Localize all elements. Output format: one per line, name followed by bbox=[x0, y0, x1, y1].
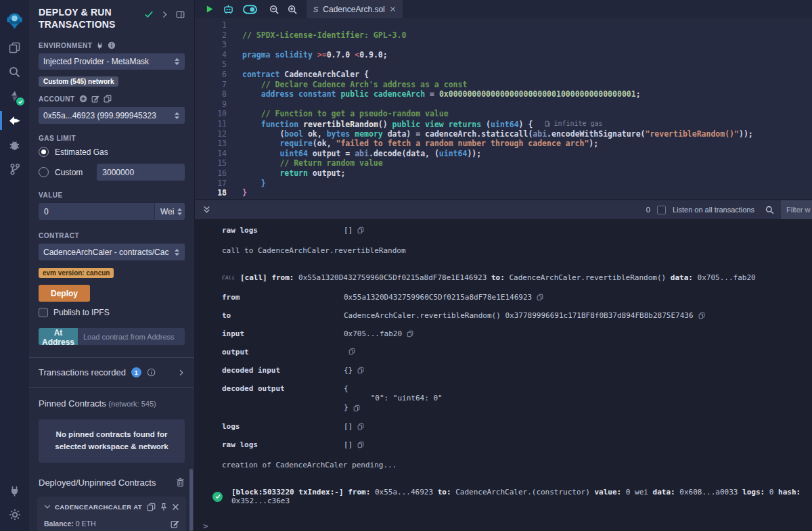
balance-row: Balance: 0 ETH bbox=[44, 520, 95, 528]
network-badge: Custom (545) network bbox=[39, 76, 118, 87]
terminal-row: logs[] bbox=[222, 422, 812, 431]
file-explorer-icon[interactable] bbox=[0, 35, 29, 60]
custom-gas-option[interactable]: Custom bbox=[39, 164, 185, 181]
edit-balance-icon[interactable] bbox=[171, 520, 179, 528]
publish-ipfs-option[interactable]: Publish to IPFS bbox=[39, 308, 185, 317]
code-line: 16 return output; bbox=[195, 168, 812, 179]
terminal-row: toCadenceArchCaler.revertibleRandom() 0x… bbox=[222, 311, 812, 320]
code-line: 1 bbox=[195, 20, 812, 30]
search-icon[interactable] bbox=[0, 60, 29, 84]
copy-icon[interactable] bbox=[357, 441, 364, 448]
pin-contract-icon[interactable] bbox=[160, 503, 168, 511]
chevron-up-down-icon bbox=[174, 248, 180, 256]
terminal-header: 0 Listen on all transactions bbox=[195, 200, 812, 219]
plug-icon[interactable] bbox=[96, 42, 104, 49]
chevron-down-icon[interactable] bbox=[44, 503, 51, 510]
copy-icon[interactable] bbox=[357, 227, 364, 234]
copy-account-icon[interactable] bbox=[104, 95, 112, 103]
transactions-recorded-label: Transactions recorded bbox=[39, 367, 126, 377]
copy-address-icon[interactable] bbox=[147, 503, 156, 511]
terminal-row: CALL[call] from: 0x55a1320D432759960C5Df… bbox=[222, 273, 812, 282]
compiled-check-badge bbox=[16, 97, 24, 106]
code-line: 4pragma solidity >=0.7.0 <0.9.0; bbox=[195, 50, 812, 60]
transactions-recorded-row[interactable]: Transactions recorded 1 bbox=[29, 358, 194, 387]
terminal-search-icon[interactable] bbox=[765, 206, 774, 214]
ai-assistant-icon[interactable] bbox=[223, 4, 234, 14]
code-line: 7 // Declare Cadence Arch's address as a… bbox=[195, 80, 812, 90]
terminal-log: raw logs[]call to CadenceArchCaler.rever… bbox=[195, 219, 812, 510]
custom-gas-radio[interactable] bbox=[39, 167, 49, 177]
ai-copilot-toggle[interactable] bbox=[243, 5, 257, 14]
terminal-row: [block:5033220 txIndex:-] from: 0x55a...… bbox=[212, 488, 812, 505]
copy-icon[interactable] bbox=[357, 423, 364, 430]
at-address-input[interactable] bbox=[78, 328, 185, 345]
code-line: 18} bbox=[195, 188, 812, 198]
transactions-expand-icon[interactable] bbox=[178, 369, 185, 376]
pinned-empty-message: No pinned contracts found for selected w… bbox=[39, 419, 185, 463]
deploy-run-icon[interactable] bbox=[0, 108, 29, 133]
git-icon[interactable] bbox=[0, 157, 29, 181]
remix-logo bbox=[0, 5, 29, 35]
listen-transactions-label: Listen on all transactions bbox=[673, 206, 754, 214]
account-select[interactable]: 0x55a...46923 (999.999945323 bbox=[39, 107, 185, 124]
zoom-out-icon[interactable] bbox=[269, 5, 279, 14]
expand-panel-icon[interactable] bbox=[161, 11, 168, 18]
value-input[interactable] bbox=[39, 203, 154, 220]
pin-panel-icon[interactable] bbox=[176, 10, 185, 19]
contract-select[interactable]: CadenceArchCaler - contracts/Cac bbox=[39, 244, 185, 260]
estimated-gas-option[interactable]: Estimated Gas bbox=[39, 147, 185, 157]
deploy-button[interactable]: Deploy bbox=[39, 285, 90, 302]
custom-gas-input[interactable] bbox=[97, 164, 185, 181]
terminal-row: call to CadenceArchCaler.revertibleRando… bbox=[222, 246, 812, 255]
tx-success-icon bbox=[212, 492, 223, 502]
publish-ipfs-checkbox[interactable] bbox=[39, 308, 48, 317]
sign-message-icon[interactable] bbox=[91, 95, 99, 103]
copy-icon[interactable] bbox=[353, 405, 360, 412]
code-line: 3 bbox=[195, 40, 812, 50]
close-tab-icon[interactable] bbox=[390, 6, 396, 12]
terminal-filter-input[interactable] bbox=[781, 200, 812, 219]
code-line: 8 address constant public cadenceArch = … bbox=[195, 89, 812, 99]
pending-tx-count: 0 bbox=[646, 206, 650, 214]
value-label: VALUE bbox=[39, 191, 185, 199]
copy-icon[interactable] bbox=[407, 330, 413, 338]
listen-transactions-checkbox[interactable] bbox=[657, 206, 666, 214]
code-line: 13 require(ok, "failed to fetch a random… bbox=[195, 139, 812, 149]
environment-label: ENVIRONMENT bbox=[39, 41, 185, 49]
environment-info-icon[interactable] bbox=[108, 41, 116, 49]
terminal-row: decoded output{ "0": "uint64: 0"} bbox=[222, 384, 812, 413]
at-address-row: At Address bbox=[39, 328, 185, 345]
copy-icon[interactable] bbox=[698, 312, 705, 319]
transactions-count-badge: 1 bbox=[131, 367, 141, 377]
chevron-up-down-icon bbox=[174, 112, 180, 120]
code-line: 9 bbox=[195, 99, 812, 110]
run-script-icon[interactable] bbox=[205, 5, 214, 14]
copy-icon[interactable] bbox=[357, 367, 364, 374]
editor-tabbar: S CadenceArch.sol bbox=[195, 0, 812, 18]
panel-scrollbar[interactable] bbox=[189, 469, 193, 531]
collapse-terminal-icon[interactable] bbox=[203, 206, 210, 214]
copy-icon[interactable] bbox=[348, 348, 355, 355]
settings-icon[interactable] bbox=[0, 503, 29, 527]
value-unit-select[interactable]: Wei bbox=[154, 203, 185, 220]
zoom-in-icon[interactable] bbox=[288, 5, 297, 14]
remix-ide-window: DEPLOY & RUN TRANSACTIONS ENVIRONMENT In… bbox=[0, 0, 812, 531]
tab-cadencearch-sol[interactable]: S CadenceArch.sol bbox=[307, 0, 403, 18]
terminal-row: decoded input{} bbox=[222, 366, 812, 375]
terminal-prompt[interactable]: > bbox=[195, 521, 812, 531]
at-address-button[interactable]: At Address bbox=[39, 328, 78, 345]
terminal-row: from0x55a1320D432759960C5Df0215a8dF78e1E… bbox=[222, 293, 812, 302]
close-contract-icon[interactable] bbox=[172, 503, 179, 511]
transactions-info-icon[interactable] bbox=[147, 368, 156, 377]
estimated-gas-radio[interactable] bbox=[39, 147, 49, 157]
trash-icon[interactable] bbox=[176, 478, 185, 487]
plugin-manager-icon[interactable] bbox=[0, 478, 29, 503]
debugger-icon[interactable] bbox=[0, 133, 29, 157]
add-account-icon[interactable] bbox=[79, 95, 87, 103]
copy-icon[interactable] bbox=[537, 294, 543, 301]
environment-select[interactable]: Injected Provider - MetaMask bbox=[39, 53, 185, 70]
panel-title: DEPLOY & RUN TRANSACTIONS bbox=[39, 7, 140, 30]
code-editor[interactable]: 12// SPDX-License-Identifier: GPL-3.034p… bbox=[195, 18, 812, 200]
solidity-compiler-icon[interactable] bbox=[0, 84, 29, 108]
terminal-row: raw logs[] bbox=[222, 226, 812, 235]
